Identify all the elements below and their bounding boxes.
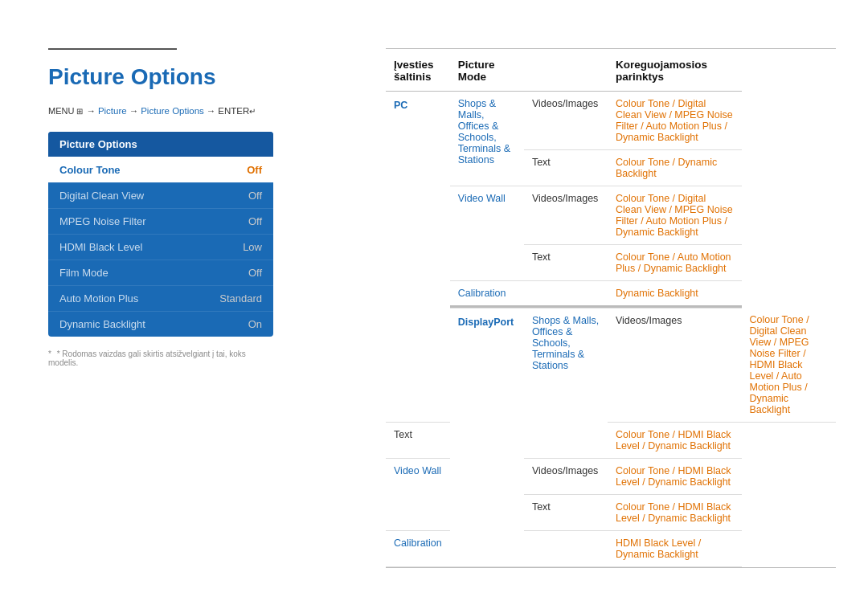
colour-tone-value: Off xyxy=(247,164,262,176)
options-6: Colour Tone / Digital Clean View / MPEG … xyxy=(742,308,837,423)
picmode-videos-images-3: Videos/Images xyxy=(608,308,742,423)
picmode-calibration-1 xyxy=(524,281,608,307)
options-4: Colour Tone / Auto Motion Plus / Dynamic… xyxy=(608,245,742,281)
hdmi-black-level-value: Low xyxy=(243,241,262,253)
picmode-videos-images-1: Videos/Images xyxy=(524,92,608,150)
footnote-text: * Rodomas vaizdas gali skirtis atsižvelg… xyxy=(48,349,246,367)
options-7: Colour Tone / HDMI Black Level / Dynamic… xyxy=(608,423,742,459)
options-1: Colour Tone / Digital Clean View / MPEG … xyxy=(608,92,742,150)
bc-enter-icon: ↵ xyxy=(249,107,256,116)
digital-clean-view-label: Digital Clean View xyxy=(59,190,144,202)
hdmi-black-level-label: HDMI Black Level xyxy=(59,241,142,253)
colour-tone-label: Colour Tone xyxy=(59,164,121,176)
options-2: Colour Tone / Dynamic Backlight xyxy=(608,150,742,186)
menu-item-mpeg-noise-filter[interactable]: MPEG Noise Filter Off xyxy=(48,208,273,234)
footnote-arrow: * xyxy=(48,349,51,358)
bottom-rule xyxy=(386,567,836,568)
picmode-calibration-2 xyxy=(524,531,608,567)
menu-item-film-mode[interactable]: Film Mode Off xyxy=(48,260,273,285)
left-panel: Picture Options MENU ⊞ → Picture → Pictu… xyxy=(48,48,354,568)
menu-box: Picture Options Colour Tone Off Digital … xyxy=(48,132,273,337)
auto-motion-plus-value: Standard xyxy=(219,292,262,304)
calibration-2: Calibration xyxy=(386,531,450,567)
film-mode-value: Off xyxy=(248,267,262,279)
digital-clean-view-value: Off xyxy=(248,190,262,202)
menu-item-digital-clean-view[interactable]: Digital Clean View Off xyxy=(48,182,273,208)
source-displayport: DisplayPort xyxy=(450,308,524,567)
bc-arrow-3: → xyxy=(207,106,216,116)
options-table: Įvestiesšaltinis Picture Mode Koreguojam… xyxy=(386,49,836,567)
menu-item-dynamic-backlight[interactable]: Dynamic Backlight On xyxy=(48,311,273,337)
calibration-1: Calibration xyxy=(450,281,524,307)
options-8: Colour Tone / HDMI Black Level / Dynamic… xyxy=(608,459,742,495)
col-header-source: Įvestiesšaltinis xyxy=(386,49,450,92)
table-row: DisplayPort Shops & Malls,Offices & Scho… xyxy=(386,308,836,423)
mode-video-wall-2: Video Wall xyxy=(386,459,450,531)
menu-box-title: Picture Options xyxy=(48,132,273,157)
picmode-text-1: Text xyxy=(524,150,608,186)
bc-picture: Picture xyxy=(98,106,127,116)
options-9: Colour Tone / HDMI Black Level / Dynamic… xyxy=(608,495,742,531)
col-header-empty xyxy=(524,49,608,92)
menu-item-auto-motion-plus[interactable]: Auto Motion Plus Standard xyxy=(48,285,273,311)
mode-video-wall-1: Video Wall xyxy=(450,186,524,281)
auto-motion-plus-label: Auto Motion Plus xyxy=(59,292,138,304)
mpeg-noise-filter-label: MPEG Noise Filter xyxy=(59,215,146,227)
mpeg-noise-filter-value: Off xyxy=(248,215,262,227)
menu-icon-symbol: ⊞ xyxy=(76,107,83,116)
options-5: Dynamic Backlight xyxy=(608,281,742,307)
mode-shops-offices-2: Shops & Malls,Offices & Schools,Terminal… xyxy=(524,308,608,459)
menu-item-colour-tone[interactable]: Colour Tone Off xyxy=(48,157,273,182)
options-3: Colour Tone / Digital Clean View / MPEG … xyxy=(608,186,742,245)
source-pc: PC xyxy=(386,92,450,423)
col-header-options: Koreguojamosios parinktys xyxy=(608,49,742,92)
picmode-videos-images-2: Videos/Images xyxy=(524,186,608,245)
dynamic-backlight-value: On xyxy=(248,318,262,330)
right-panel: Įvestiesšaltinis Picture Mode Koreguojam… xyxy=(386,48,836,568)
col-header-picture-mode: Picture Mode xyxy=(450,49,524,92)
table-row: PC Shops & Malls,Offices & Schools,Termi… xyxy=(386,92,836,150)
bc-enter: ENTER xyxy=(218,106,249,116)
bc-arrow-1: → xyxy=(86,106,96,116)
menu-item-hdmi-black-level[interactable]: HDMI Black Level Low xyxy=(48,234,273,260)
page-title: Picture Options xyxy=(48,64,354,90)
film-mode-label: Film Mode xyxy=(59,267,108,279)
options-10: HDMI Black Level / Dynamic Backlight xyxy=(608,531,742,567)
picmode-text-4: Text xyxy=(524,495,608,531)
dynamic-backlight-label: Dynamic Backlight xyxy=(59,318,145,330)
footnote: * * Rodomas vaizdas gali skirtis atsižve… xyxy=(48,349,273,367)
picmode-text-2: Text xyxy=(524,245,608,281)
breadcrumb: MENU ⊞ → Picture → Picture Options → ENT… xyxy=(48,106,354,116)
mode-shops-offices-1: Shops & Malls,Offices & Schools,Terminal… xyxy=(450,92,524,186)
picmode-videos-images-4: Videos/Images xyxy=(524,459,608,495)
table-row: Video Wall Videos/Images Colour Tone / D… xyxy=(386,186,836,245)
bc-picture-options: Picture Options xyxy=(141,106,204,116)
menu-icon: MENU xyxy=(48,106,74,116)
top-rule xyxy=(48,48,177,50)
bc-arrow-2: → xyxy=(129,106,139,116)
table-row: Calibration Dynamic Backlight xyxy=(386,281,836,307)
picmode-text-3: Text xyxy=(386,423,450,459)
